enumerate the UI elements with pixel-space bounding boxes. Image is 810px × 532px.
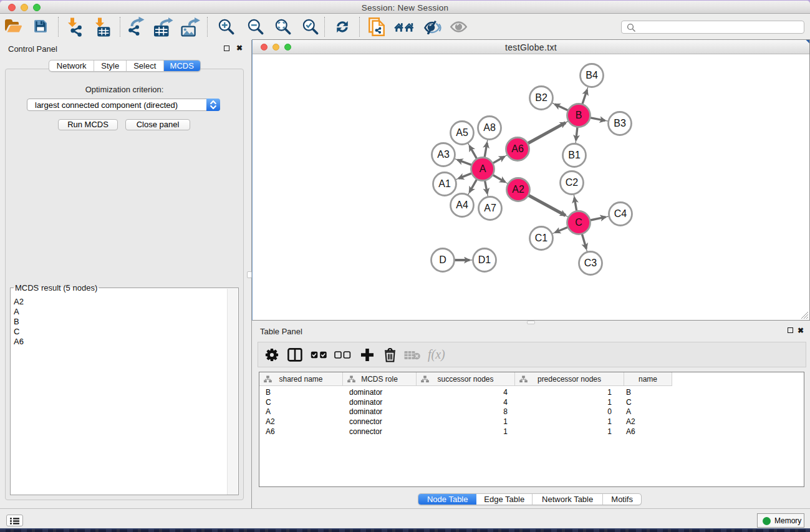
svg-text:D1: D1 — [478, 254, 491, 265]
svg-text:A: A — [480, 163, 486, 174]
svg-text:C3: C3 — [584, 258, 597, 268]
svg-text:B4: B4 — [586, 70, 598, 80]
svg-text:A4: A4 — [456, 200, 468, 210]
svg-text:B1: B1 — [568, 150, 581, 160]
svg-text:C1: C1 — [535, 233, 548, 243]
svg-text:A7: A7 — [484, 203, 496, 213]
svg-text:C: C — [575, 217, 582, 228]
svg-text:B2: B2 — [535, 92, 547, 103]
svg-text:A6: A6 — [511, 143, 524, 154]
svg-text:A5: A5 — [456, 127, 468, 138]
svg-text:D: D — [439, 254, 446, 265]
svg-text:A3: A3 — [437, 149, 450, 160]
svg-text:C2: C2 — [566, 177, 579, 188]
svg-text:B: B — [576, 110, 582, 120]
svg-text:C4: C4 — [614, 208, 627, 219]
svg-text:A1: A1 — [438, 178, 451, 189]
svg-text:A2: A2 — [512, 184, 524, 195]
svg-text:B3: B3 — [614, 118, 626, 128]
svg-text:A8: A8 — [483, 122, 496, 133]
